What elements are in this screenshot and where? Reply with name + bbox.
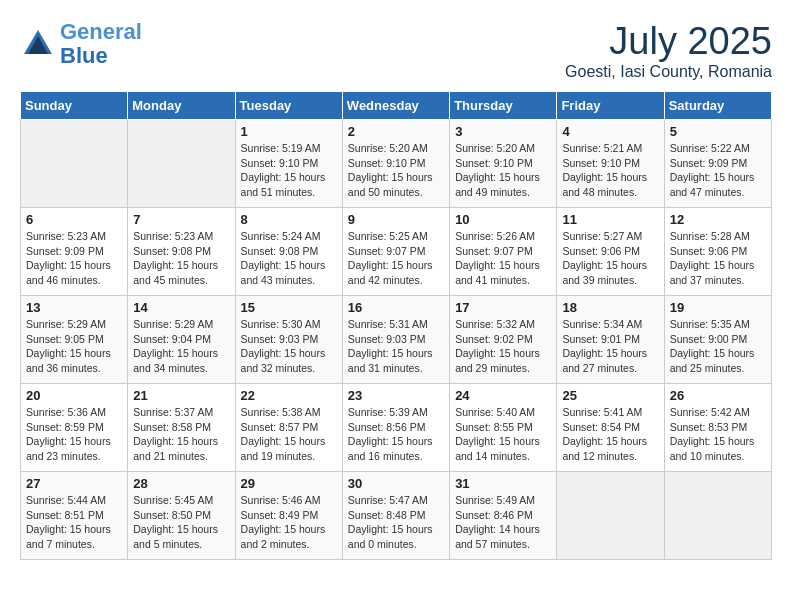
day-info: Sunrise: 5:49 AM Sunset: 8:46 PM Dayligh… <box>455 493 551 552</box>
day-number: 9 <box>348 212 444 227</box>
day-info: Sunrise: 5:23 AM Sunset: 9:09 PM Dayligh… <box>26 229 122 288</box>
day-number: 30 <box>348 476 444 491</box>
day-info: Sunrise: 5:24 AM Sunset: 9:08 PM Dayligh… <box>241 229 337 288</box>
day-info: Sunrise: 5:41 AM Sunset: 8:54 PM Dayligh… <box>562 405 658 464</box>
col-header-saturday: Saturday <box>664 92 771 120</box>
calendar-cell: 16Sunrise: 5:31 AM Sunset: 9:03 PM Dayli… <box>342 296 449 384</box>
calendar-cell: 18Sunrise: 5:34 AM Sunset: 9:01 PM Dayli… <box>557 296 664 384</box>
day-info: Sunrise: 5:31 AM Sunset: 9:03 PM Dayligh… <box>348 317 444 376</box>
day-number: 7 <box>133 212 229 227</box>
calendar-table: SundayMondayTuesdayWednesdayThursdayFrid… <box>20 91 772 560</box>
day-info: Sunrise: 5:38 AM Sunset: 8:57 PM Dayligh… <box>241 405 337 464</box>
day-number: 23 <box>348 388 444 403</box>
logo-icon <box>20 26 56 62</box>
calendar-cell: 22Sunrise: 5:38 AM Sunset: 8:57 PM Dayli… <box>235 384 342 472</box>
day-info: Sunrise: 5:36 AM Sunset: 8:59 PM Dayligh… <box>26 405 122 464</box>
calendar-cell: 30Sunrise: 5:47 AM Sunset: 8:48 PM Dayli… <box>342 472 449 560</box>
day-number: 10 <box>455 212 551 227</box>
calendar-cell: 4Sunrise: 5:21 AM Sunset: 9:10 PM Daylig… <box>557 120 664 208</box>
day-info: Sunrise: 5:23 AM Sunset: 9:08 PM Dayligh… <box>133 229 229 288</box>
day-number: 16 <box>348 300 444 315</box>
calendar-cell: 25Sunrise: 5:41 AM Sunset: 8:54 PM Dayli… <box>557 384 664 472</box>
logo-text: General Blue <box>60 20 142 68</box>
calendar-cell: 14Sunrise: 5:29 AM Sunset: 9:04 PM Dayli… <box>128 296 235 384</box>
day-number: 15 <box>241 300 337 315</box>
day-info: Sunrise: 5:34 AM Sunset: 9:01 PM Dayligh… <box>562 317 658 376</box>
day-number: 20 <box>26 388 122 403</box>
day-info: Sunrise: 5:44 AM Sunset: 8:51 PM Dayligh… <box>26 493 122 552</box>
calendar-cell: 13Sunrise: 5:29 AM Sunset: 9:05 PM Dayli… <box>21 296 128 384</box>
day-info: Sunrise: 5:42 AM Sunset: 8:53 PM Dayligh… <box>670 405 766 464</box>
col-header-monday: Monday <box>128 92 235 120</box>
day-info: Sunrise: 5:37 AM Sunset: 8:58 PM Dayligh… <box>133 405 229 464</box>
day-info: Sunrise: 5:45 AM Sunset: 8:50 PM Dayligh… <box>133 493 229 552</box>
calendar-cell: 17Sunrise: 5:32 AM Sunset: 9:02 PM Dayli… <box>450 296 557 384</box>
calendar-cell: 5Sunrise: 5:22 AM Sunset: 9:09 PM Daylig… <box>664 120 771 208</box>
day-number: 21 <box>133 388 229 403</box>
day-info: Sunrise: 5:22 AM Sunset: 9:09 PM Dayligh… <box>670 141 766 200</box>
day-number: 19 <box>670 300 766 315</box>
day-info: Sunrise: 5:25 AM Sunset: 9:07 PM Dayligh… <box>348 229 444 288</box>
calendar-cell: 8Sunrise: 5:24 AM Sunset: 9:08 PM Daylig… <box>235 208 342 296</box>
week-row-1: 1Sunrise: 5:19 AM Sunset: 9:10 PM Daylig… <box>21 120 772 208</box>
day-number: 29 <box>241 476 337 491</box>
col-header-friday: Friday <box>557 92 664 120</box>
col-header-tuesday: Tuesday <box>235 92 342 120</box>
calendar-cell: 27Sunrise: 5:44 AM Sunset: 8:51 PM Dayli… <box>21 472 128 560</box>
col-header-wednesday: Wednesday <box>342 92 449 120</box>
calendar-cell: 26Sunrise: 5:42 AM Sunset: 8:53 PM Dayli… <box>664 384 771 472</box>
calendar-cell: 15Sunrise: 5:30 AM Sunset: 9:03 PM Dayli… <box>235 296 342 384</box>
calendar-cell: 24Sunrise: 5:40 AM Sunset: 8:55 PM Dayli… <box>450 384 557 472</box>
day-info: Sunrise: 5:27 AM Sunset: 9:06 PM Dayligh… <box>562 229 658 288</box>
day-number: 5 <box>670 124 766 139</box>
day-number: 1 <box>241 124 337 139</box>
calendar-cell: 31Sunrise: 5:49 AM Sunset: 8:46 PM Dayli… <box>450 472 557 560</box>
day-number: 13 <box>26 300 122 315</box>
calendar-header-row: SundayMondayTuesdayWednesdayThursdayFrid… <box>21 92 772 120</box>
calendar-cell: 10Sunrise: 5:26 AM Sunset: 9:07 PM Dayli… <box>450 208 557 296</box>
calendar-cell: 21Sunrise: 5:37 AM Sunset: 8:58 PM Dayli… <box>128 384 235 472</box>
day-info: Sunrise: 5:26 AM Sunset: 9:07 PM Dayligh… <box>455 229 551 288</box>
day-info: Sunrise: 5:20 AM Sunset: 9:10 PM Dayligh… <box>348 141 444 200</box>
day-info: Sunrise: 5:35 AM Sunset: 9:00 PM Dayligh… <box>670 317 766 376</box>
logo: General Blue <box>20 20 142 68</box>
calendar-cell: 29Sunrise: 5:46 AM Sunset: 8:49 PM Dayli… <box>235 472 342 560</box>
day-info: Sunrise: 5:46 AM Sunset: 8:49 PM Dayligh… <box>241 493 337 552</box>
calendar-cell <box>664 472 771 560</box>
day-info: Sunrise: 5:30 AM Sunset: 9:03 PM Dayligh… <box>241 317 337 376</box>
day-info: Sunrise: 5:32 AM Sunset: 9:02 PM Dayligh… <box>455 317 551 376</box>
day-number: 26 <box>670 388 766 403</box>
day-info: Sunrise: 5:29 AM Sunset: 9:04 PM Dayligh… <box>133 317 229 376</box>
day-number: 28 <box>133 476 229 491</box>
day-number: 12 <box>670 212 766 227</box>
calendar-cell: 2Sunrise: 5:20 AM Sunset: 9:10 PM Daylig… <box>342 120 449 208</box>
calendar-cell: 6Sunrise: 5:23 AM Sunset: 9:09 PM Daylig… <box>21 208 128 296</box>
calendar-cell: 23Sunrise: 5:39 AM Sunset: 8:56 PM Dayli… <box>342 384 449 472</box>
day-number: 25 <box>562 388 658 403</box>
day-number: 2 <box>348 124 444 139</box>
day-number: 6 <box>26 212 122 227</box>
calendar-cell <box>128 120 235 208</box>
week-row-2: 6Sunrise: 5:23 AM Sunset: 9:09 PM Daylig… <box>21 208 772 296</box>
col-header-sunday: Sunday <box>21 92 128 120</box>
calendar-cell: 9Sunrise: 5:25 AM Sunset: 9:07 PM Daylig… <box>342 208 449 296</box>
week-row-4: 20Sunrise: 5:36 AM Sunset: 8:59 PM Dayli… <box>21 384 772 472</box>
day-number: 27 <box>26 476 122 491</box>
day-info: Sunrise: 5:47 AM Sunset: 8:48 PM Dayligh… <box>348 493 444 552</box>
day-info: Sunrise: 5:21 AM Sunset: 9:10 PM Dayligh… <box>562 141 658 200</box>
location-subtitle: Goesti, Iasi County, Romania <box>565 63 772 81</box>
day-info: Sunrise: 5:20 AM Sunset: 9:10 PM Dayligh… <box>455 141 551 200</box>
day-number: 4 <box>562 124 658 139</box>
page-header: General Blue July 2025 Goesti, Iasi Coun… <box>20 20 772 81</box>
day-number: 11 <box>562 212 658 227</box>
calendar-cell: 28Sunrise: 5:45 AM Sunset: 8:50 PM Dayli… <box>128 472 235 560</box>
month-title: July 2025 <box>565 20 772 63</box>
week-row-3: 13Sunrise: 5:29 AM Sunset: 9:05 PM Dayli… <box>21 296 772 384</box>
calendar-cell: 12Sunrise: 5:28 AM Sunset: 9:06 PM Dayli… <box>664 208 771 296</box>
day-number: 18 <box>562 300 658 315</box>
day-number: 31 <box>455 476 551 491</box>
calendar-cell: 19Sunrise: 5:35 AM Sunset: 9:00 PM Dayli… <box>664 296 771 384</box>
title-block: July 2025 Goesti, Iasi County, Romania <box>565 20 772 81</box>
calendar-cell <box>557 472 664 560</box>
day-info: Sunrise: 5:40 AM Sunset: 8:55 PM Dayligh… <box>455 405 551 464</box>
